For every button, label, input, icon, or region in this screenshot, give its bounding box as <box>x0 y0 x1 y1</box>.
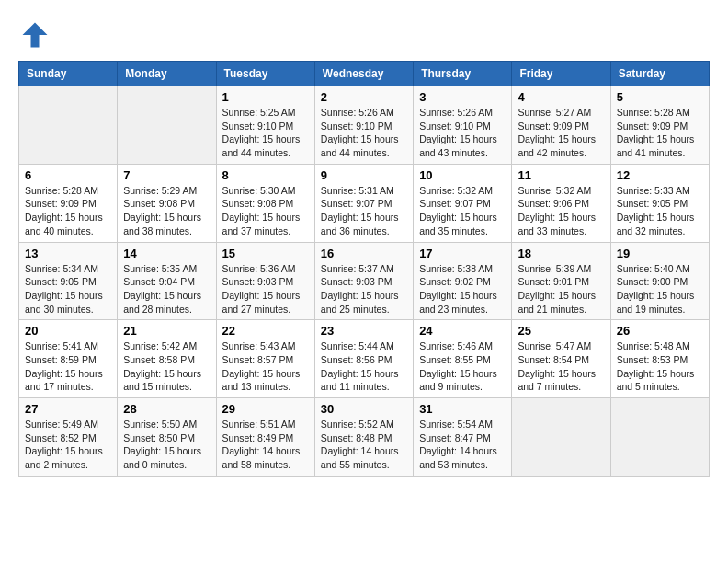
day-info: Sunrise: 5:26 AM Sunset: 9:10 PM Dayligh… <box>419 106 506 160</box>
calendar-cell: 31Sunrise: 5:54 AM Sunset: 8:47 PM Dayli… <box>414 398 512 477</box>
calendar-cell <box>610 398 709 477</box>
calendar-cell: 8Sunrise: 5:30 AM Sunset: 9:08 PM Daylig… <box>216 164 314 242</box>
day-info: Sunrise: 5:41 AM Sunset: 8:59 PM Dayligh… <box>25 339 111 394</box>
calendar-cell <box>118 86 216 165</box>
calendar-cell: 13Sunrise: 5:34 AM Sunset: 9:05 PM Dayli… <box>19 242 118 320</box>
day-number: 27 <box>25 402 111 416</box>
day-info: Sunrise: 5:29 AM Sunset: 9:08 PM Dayligh… <box>123 184 210 238</box>
day-number: 30 <box>321 402 407 416</box>
calendar-cell: 15Sunrise: 5:36 AM Sunset: 9:03 PM Dayli… <box>216 242 314 320</box>
calendar-table: SundayMondayTuesdayWednesdayThursdayFrid… <box>18 61 710 477</box>
calendar-cell: 17Sunrise: 5:38 AM Sunset: 9:02 PM Dayli… <box>414 242 512 320</box>
calendar-cell: 10Sunrise: 5:32 AM Sunset: 9:07 PM Dayli… <box>414 164 512 242</box>
day-number: 8 <box>222 168 309 182</box>
calendar-cell: 25Sunrise: 5:47 AM Sunset: 8:54 PM Dayli… <box>512 320 610 398</box>
day-info: Sunrise: 5:40 AM Sunset: 9:00 PM Dayligh… <box>617 262 703 316</box>
day-number: 4 <box>518 90 604 104</box>
day-number: 22 <box>222 324 309 338</box>
day-number: 15 <box>222 247 309 260</box>
calendar-cell: 19Sunrise: 5:40 AM Sunset: 9:00 PM Dayli… <box>610 242 709 320</box>
day-number: 9 <box>321 168 407 182</box>
calendar-week-5: 27Sunrise: 5:49 AM Sunset: 8:52 PM Dayli… <box>19 398 710 477</box>
day-info: Sunrise: 5:28 AM Sunset: 9:09 PM Dayligh… <box>617 106 703 160</box>
day-info: Sunrise: 5:28 AM Sunset: 9:09 PM Dayligh… <box>25 184 111 238</box>
day-header-thursday: Thursday <box>414 62 512 86</box>
day-number: 13 <box>25 247 111 260</box>
day-info: Sunrise: 5:43 AM Sunset: 8:57 PM Dayligh… <box>222 339 309 394</box>
day-number: 5 <box>617 90 703 104</box>
day-info: Sunrise: 5:44 AM Sunset: 8:56 PM Dayligh… <box>321 339 407 394</box>
calendar-week-2: 6Sunrise: 5:28 AM Sunset: 9:09 PM Daylig… <box>19 164 710 242</box>
day-info: Sunrise: 5:32 AM Sunset: 9:07 PM Dayligh… <box>419 184 506 238</box>
day-number: 10 <box>419 168 506 182</box>
day-info: Sunrise: 5:35 AM Sunset: 9:04 PM Dayligh… <box>123 262 210 316</box>
svg-marker-0 <box>23 23 48 48</box>
day-number: 28 <box>123 402 210 416</box>
day-info: Sunrise: 5:30 AM Sunset: 9:08 PM Dayligh… <box>222 184 309 238</box>
day-number: 17 <box>419 247 506 260</box>
calendar-cell: 20Sunrise: 5:41 AM Sunset: 8:59 PM Dayli… <box>19 320 118 398</box>
calendar-cell: 18Sunrise: 5:39 AM Sunset: 9:01 PM Dayli… <box>512 242 610 320</box>
day-number: 23 <box>321 324 407 338</box>
calendar-week-1: 1Sunrise: 5:25 AM Sunset: 9:10 PM Daylig… <box>19 86 710 165</box>
day-number: 1 <box>222 90 309 104</box>
calendar-cell: 4Sunrise: 5:27 AM Sunset: 9:09 PM Daylig… <box>512 86 610 165</box>
day-info: Sunrise: 5:54 AM Sunset: 8:47 PM Dayligh… <box>419 418 506 472</box>
day-header-friday: Friday <box>512 62 610 86</box>
calendar-week-4: 20Sunrise: 5:41 AM Sunset: 8:59 PM Dayli… <box>19 320 710 398</box>
day-info: Sunrise: 5:36 AM Sunset: 9:03 PM Dayligh… <box>222 262 309 316</box>
day-info: Sunrise: 5:33 AM Sunset: 9:05 PM Dayligh… <box>617 184 703 238</box>
calendar-cell: 1Sunrise: 5:25 AM Sunset: 9:10 PM Daylig… <box>216 86 314 165</box>
day-number: 16 <box>321 247 407 260</box>
calendar-cell: 11Sunrise: 5:32 AM Sunset: 9:06 PM Dayli… <box>512 164 610 242</box>
calendar-cell: 16Sunrise: 5:37 AM Sunset: 9:03 PM Dayli… <box>314 242 413 320</box>
day-info: Sunrise: 5:46 AM Sunset: 8:55 PM Dayligh… <box>419 339 506 394</box>
day-info: Sunrise: 5:31 AM Sunset: 9:07 PM Dayligh… <box>321 184 407 238</box>
day-header-tuesday: Tuesday <box>216 62 314 86</box>
day-info: Sunrise: 5:26 AM Sunset: 9:10 PM Dayligh… <box>321 106 407 160</box>
calendar-cell: 28Sunrise: 5:50 AM Sunset: 8:50 PM Dayli… <box>118 398 216 477</box>
day-info: Sunrise: 5:51 AM Sunset: 8:49 PM Dayligh… <box>222 418 309 472</box>
calendar-cell: 27Sunrise: 5:49 AM Sunset: 8:52 PM Dayli… <box>19 398 118 477</box>
day-info: Sunrise: 5:39 AM Sunset: 9:01 PM Dayligh… <box>518 262 604 316</box>
calendar-cell <box>19 86 118 165</box>
calendar-cell: 7Sunrise: 5:29 AM Sunset: 9:08 PM Daylig… <box>118 164 216 242</box>
day-number: 6 <box>25 168 111 182</box>
day-number: 21 <box>123 324 210 338</box>
day-info: Sunrise: 5:49 AM Sunset: 8:52 PM Dayligh… <box>25 418 111 472</box>
day-number: 12 <box>617 168 703 182</box>
calendar-cell: 12Sunrise: 5:33 AM Sunset: 9:05 PM Dayli… <box>610 164 709 242</box>
day-info: Sunrise: 5:50 AM Sunset: 8:50 PM Dayligh… <box>123 418 210 472</box>
calendar-cell: 29Sunrise: 5:51 AM Sunset: 8:49 PM Dayli… <box>216 398 314 477</box>
day-number: 31 <box>419 402 506 416</box>
day-number: 2 <box>321 90 407 104</box>
calendar-cell: 3Sunrise: 5:26 AM Sunset: 9:10 PM Daylig… <box>414 86 512 165</box>
calendar-week-3: 13Sunrise: 5:34 AM Sunset: 9:05 PM Dayli… <box>19 242 710 320</box>
day-number: 14 <box>123 247 210 260</box>
day-info: Sunrise: 5:34 AM Sunset: 9:05 PM Dayligh… <box>25 262 111 316</box>
calendar-header-row: SundayMondayTuesdayWednesdayThursdayFrid… <box>19 62 710 86</box>
day-header-saturday: Saturday <box>610 62 709 86</box>
calendar-cell: 6Sunrise: 5:28 AM Sunset: 9:09 PM Daylig… <box>19 164 118 242</box>
day-number: 18 <box>518 247 604 260</box>
logo-icon <box>18 18 51 52</box>
day-header-wednesday: Wednesday <box>314 62 413 86</box>
page-header <box>18 18 710 52</box>
day-number: 20 <box>25 324 111 338</box>
day-number: 3 <box>419 90 506 104</box>
calendar-cell: 14Sunrise: 5:35 AM Sunset: 9:04 PM Dayli… <box>118 242 216 320</box>
day-info: Sunrise: 5:25 AM Sunset: 9:10 PM Dayligh… <box>222 106 309 160</box>
day-info: Sunrise: 5:42 AM Sunset: 8:58 PM Dayligh… <box>123 339 210 394</box>
calendar-cell: 24Sunrise: 5:46 AM Sunset: 8:55 PM Dayli… <box>414 320 512 398</box>
day-number: 24 <box>419 324 506 338</box>
day-number: 11 <box>518 168 604 182</box>
calendar-cell: 5Sunrise: 5:28 AM Sunset: 9:09 PM Daylig… <box>610 86 709 165</box>
day-number: 25 <box>518 324 604 338</box>
day-info: Sunrise: 5:27 AM Sunset: 9:09 PM Dayligh… <box>518 106 604 160</box>
day-info: Sunrise: 5:32 AM Sunset: 9:06 PM Dayligh… <box>518 184 604 238</box>
day-info: Sunrise: 5:52 AM Sunset: 8:48 PM Dayligh… <box>321 418 407 472</box>
day-info: Sunrise: 5:37 AM Sunset: 9:03 PM Dayligh… <box>321 262 407 316</box>
calendar-cell: 2Sunrise: 5:26 AM Sunset: 9:10 PM Daylig… <box>314 86 413 165</box>
calendar-cell: 23Sunrise: 5:44 AM Sunset: 8:56 PM Dayli… <box>314 320 413 398</box>
day-info: Sunrise: 5:47 AM Sunset: 8:54 PM Dayligh… <box>518 339 604 394</box>
